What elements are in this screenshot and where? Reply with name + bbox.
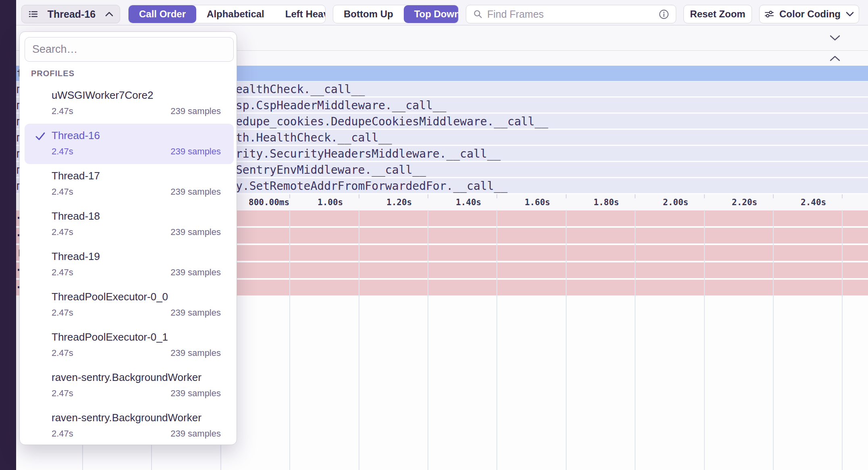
axis-tick-label: 2.40s [801, 198, 826, 207]
profile-name: Thread-17 [52, 170, 100, 182]
profile-name: ThreadPoolExecutor-0_0 [52, 291, 168, 303]
chevron-down-icon [845, 11, 854, 17]
axis-tick-mark [773, 194, 774, 198]
axis-tick-mark [289, 194, 290, 198]
axis-tick-label: 1.00s [318, 198, 343, 207]
frame-label: edupe_cookies.DedupeCookiesMiddleware.__… [236, 114, 548, 128]
profile-list-item[interactable]: Thread-162.47s239 samples [25, 124, 234, 164]
thread-selector-button[interactable]: Thread-16 [21, 5, 120, 23]
axis-tick-mark [359, 194, 359, 198]
profile-name: raven-sentry.BackgroundWorker [52, 371, 201, 384]
time-gridline [635, 210, 635, 470]
profile-samples: 239 samples [170, 106, 221, 116]
axis-tick-mark [842, 194, 843, 198]
info-icon[interactable] [658, 9, 669, 20]
chevron-down-icon[interactable] [829, 35, 841, 41]
frame-label: ealthCheck.__call__ [236, 82, 365, 96]
axis-tick-label: 1.20s [386, 198, 412, 207]
time-gridline [704, 210, 705, 470]
profile-meta: 2.47s239 samples [52, 146, 221, 157]
axis-tick-label: 2.20s [732, 198, 757, 207]
profile-list-item[interactable]: Thread-182.47s239 samples [25, 204, 234, 245]
profile-list-item[interactable]: ThreadPoolExecutor-0_02.47s239 samples [25, 285, 234, 325]
dropdown-search-input[interactable]: Search… [25, 37, 234, 62]
axis-tick-mark [704, 194, 705, 198]
sort-option-call-order[interactable]: Call Order [129, 5, 196, 23]
time-gridline [773, 210, 774, 470]
axis-tick-mark [635, 194, 635, 198]
profile-meta: 2.47s239 samples [52, 388, 221, 399]
profile-list-item[interactable]: raven-sentry.BackgroundWorker2.47s239 sa… [25, 406, 234, 445]
profile-duration: 2.47s [52, 227, 73, 237]
profile-duration: 2.47s [52, 388, 73, 399]
frame-label: SentryEnvMiddleware.__call__ [236, 163, 426, 176]
reset-zoom-label: Reset Zoom [690, 8, 745, 20]
direction-segmented-control: Bottom UpTop Down [333, 5, 459, 23]
find-frames-input[interactable]: Find Frames [466, 5, 676, 23]
profile-meta: 2.47s239 samples [52, 267, 221, 278]
profile-name: uWSGIWorker7Core2 [52, 89, 153, 102]
profile-samples: 239 samples [170, 428, 221, 439]
time-gridline [428, 210, 428, 470]
thread-selector-label: Thread-16 [48, 8, 96, 20]
sliders-icon [764, 9, 775, 19]
axis-tick-label: 2.00s [663, 198, 688, 207]
profile-list-item[interactable]: ThreadPoolExecutor-0_12.47s239 samples [25, 325, 234, 366]
sort-option-alphabetical[interactable]: Alphabetical [196, 5, 275, 23]
thread-list-icon [28, 9, 38, 19]
time-gridline [359, 210, 359, 470]
profile-meta: 2.47s239 samples [52, 348, 221, 358]
profile-name: Thread-19 [52, 250, 100, 263]
profile-samples: 239 samples [170, 146, 221, 157]
profile-meta: 2.47s239 samples [52, 308, 221, 318]
sort-segmented-control: Call OrderAlphabeticalLeft Heavy [128, 5, 326, 23]
frame-label: rity.SecurityHeadersMiddleware.__call__ [236, 147, 500, 160]
axis-tick-mark [428, 194, 428, 198]
axis-tick-mark [566, 194, 567, 198]
profile-duration: 2.47s [52, 187, 73, 197]
profile-list-item[interactable]: Thread-192.47s239 samples [25, 245, 234, 285]
profile-name: raven-sentry.BackgroundWorker [52, 412, 201, 424]
checkmark-icon [34, 130, 46, 142]
chevron-up-icon[interactable] [829, 55, 841, 62]
reset-zoom-button[interactable]: Reset Zoom [683, 5, 752, 23]
profile-samples: 239 samples [170, 388, 221, 399]
profile-samples: 239 samples [170, 187, 221, 197]
profile-samples: 239 samples [170, 308, 221, 318]
profile-samples: 239 samples [170, 348, 221, 358]
profile-duration: 2.47s [52, 348, 73, 358]
profile-meta: 2.47s239 samples [52, 187, 221, 197]
profile-list-item[interactable]: raven-sentry.BackgroundWorker2.47s239 sa… [25, 366, 234, 406]
profile-duration: 2.47s [52, 428, 73, 439]
axis-tick-label: 1.80s [594, 198, 619, 207]
color-coding-button[interactable]: Color Coding [759, 5, 859, 23]
sort-option-left-heavy[interactable]: Left Heavy [275, 5, 326, 23]
color-coding-label: Color Coding [779, 8, 841, 20]
profile-duration: 2.47s [52, 267, 73, 278]
thread-selector-dropdown: Search… PROFILES uWSGIWorker7Core22.47s2… [19, 31, 237, 445]
frame-label: y.SetRemoteAddrFromForwardedFor.__call__ [236, 179, 507, 192]
chevron-up-icon [105, 11, 114, 17]
profile-name: Thread-18 [52, 210, 100, 223]
search-icon [473, 9, 483, 19]
profile-samples: 239 samples [170, 227, 221, 237]
left-navigation-rail [0, 0, 16, 470]
profile-meta: 2.47s239 samples [52, 428, 221, 439]
profile-name: ThreadPoolExecutor-0_1 [52, 331, 168, 343]
direction-option-bottom-up[interactable]: Bottom Up [333, 5, 404, 23]
profile-duration: 2.47s [52, 308, 73, 318]
profile-name: Thread-16 [52, 129, 100, 142]
axis-tick-mark [496, 194, 497, 198]
find-frames-placeholder: Find Frames [487, 8, 544, 20]
axis-tick-label: 800.00ms [249, 198, 289, 207]
time-gridline [566, 210, 567, 470]
time-gridline [496, 210, 497, 470]
profile-samples: 239 samples [170, 267, 221, 278]
frame-label: sp.CspHeaderMiddleware.__call__ [236, 98, 446, 112]
profile-list-item[interactable]: Thread-172.47s239 samples [25, 164, 234, 204]
profile-list-item[interactable]: uWSGIWorker7Core22.47s239 samples [25, 83, 234, 124]
frame-label: th.HealthCheck.__call__ [236, 131, 392, 144]
time-gridline [289, 210, 290, 470]
dropdown-search-placeholder: Search… [32, 43, 78, 56]
direction-option-top-down[interactable]: Top Down [404, 5, 459, 23]
